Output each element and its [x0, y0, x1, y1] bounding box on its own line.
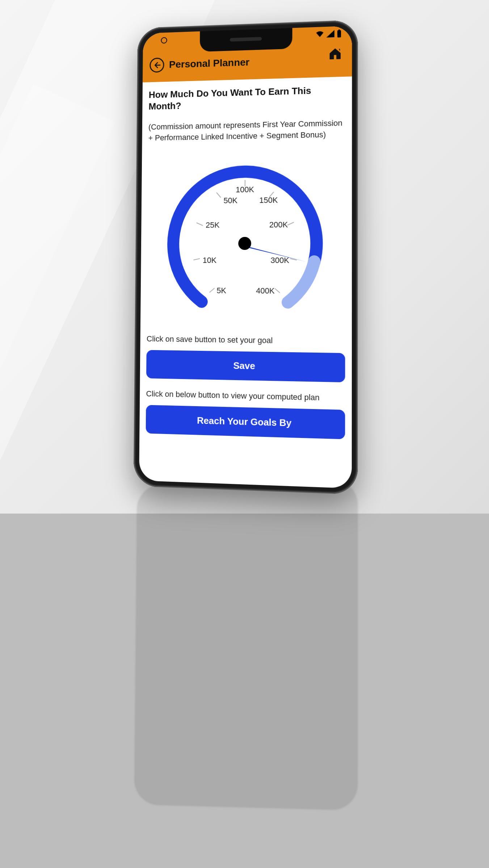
save-hint: Click on save button to set your goal: [146, 334, 345, 346]
gauge-tick-label: 400K: [256, 286, 275, 295]
gauge-arc-remaining: [288, 261, 314, 303]
gauge-tick-label: 100K: [236, 185, 254, 194]
svg-rect-1: [338, 30, 340, 31]
back-arrow-icon: [153, 61, 160, 69]
svg-line-2: [209, 288, 214, 292]
svg-line-10: [275, 288, 280, 293]
back-button[interactable]: [149, 58, 164, 73]
phone-notch: [199, 28, 292, 52]
svg-line-5: [216, 192, 221, 197]
gauge-tick-label: 50K: [223, 196, 237, 205]
gauge-tick-label: 200K: [269, 220, 288, 229]
gauge-ticks: [193, 179, 297, 293]
home-icon: [328, 46, 342, 61]
svg-rect-0: [337, 30, 341, 37]
signal-icon: [326, 30, 334, 39]
svg-line-4: [196, 222, 203, 225]
app-screen: Personal Planner How Much Do You Want To…: [139, 26, 352, 488]
svg-line-9: [290, 259, 296, 260]
page-title: Personal Planner: [169, 56, 249, 70]
reach-goals-button[interactable]: Reach Your Goals By: [146, 405, 345, 439]
wifi-icon: [315, 30, 324, 39]
gauge-hub: [238, 237, 251, 250]
main-content: How Much Do You Want To Earn This Month?…: [139, 76, 352, 439]
status-avatar-icon: [161, 37, 167, 44]
gauge-tick-label: 25K: [206, 220, 220, 229]
earnings-gauge[interactable]: 5K 10K 25K 50K 100K 150K 200K 300K 400K: [147, 149, 345, 325]
plan-hint: Click on below button to view your compu…: [146, 389, 345, 403]
phone-frame: Personal Planner How Much Do You Want To…: [133, 20, 358, 495]
svg-line-8: [287, 222, 294, 225]
save-button[interactable]: Save: [146, 350, 345, 382]
phone-reflection: [134, 479, 358, 810]
home-button[interactable]: [328, 46, 342, 63]
battery-icon: [336, 29, 341, 39]
commission-subtext: (Commission amount represents First Year…: [148, 118, 345, 144]
question-heading: How Much Do You Want To Earn This Month?: [148, 84, 345, 112]
svg-line-3: [193, 259, 200, 260]
gauge-tick-label: 150K: [259, 195, 278, 205]
gauge-tick-label: 10K: [202, 255, 216, 264]
gauge-tick-label: 5K: [216, 286, 226, 295]
gauge-tick-label: 300K: [270, 255, 289, 265]
